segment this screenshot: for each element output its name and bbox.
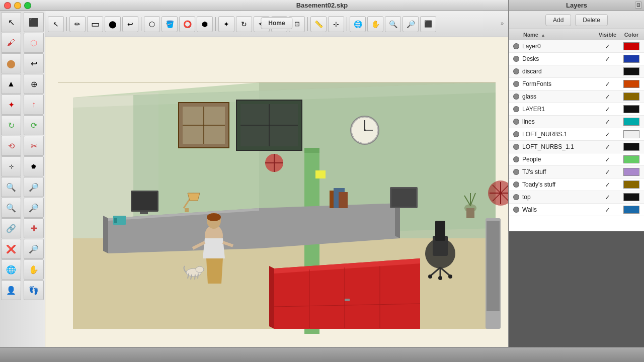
left-arc[interactable]: ↩ (24, 53, 44, 73)
eraser-tool[interactable]: ⬡ (144, 16, 160, 32)
layer-visibility-check[interactable]: ✓ (596, 194, 619, 201)
layer-row[interactable]: TJ's stuff✓ (509, 166, 644, 178)
left-tool20[interactable]: 🔎 (24, 198, 44, 218)
layer-visibility-check[interactable]: ✓ (596, 156, 619, 163)
material-tool[interactable]: ⭕ (179, 16, 195, 32)
layer-visibility-check[interactable]: ✓ (596, 168, 619, 176)
zoom-window-tool[interactable]: 🔎 (403, 16, 419, 32)
left-tool19[interactable]: 🔍 (1, 198, 21, 218)
layer-color-swatch[interactable] (619, 105, 644, 113)
left-rotate[interactable]: ↻ (1, 115, 21, 135)
home-button[interactable]: Home (261, 17, 292, 29)
left-tool24[interactable]: 🔎 (24, 239, 44, 259)
layer-visibility-check[interactable]: ✓ (596, 118, 619, 126)
layer-row[interactable]: discard (509, 65, 644, 78)
left-tool22[interactable]: ✚ (24, 218, 44, 238)
layer-color-swatch[interactable] (619, 193, 644, 201)
layer-row[interactable]: lines✓ (509, 116, 644, 128)
layer-row[interactable]: Layer0✓ (509, 40, 644, 53)
zoom-fit-tool[interactable]: ⬛ (420, 16, 436, 32)
move-tool[interactable]: ✦ (218, 16, 234, 32)
layer-color-swatch[interactable] (619, 143, 644, 151)
left-tool16[interactable]: ⬟ (24, 156, 44, 176)
left-eraser[interactable]: ⬡ (24, 33, 44, 53)
layers-list[interactable]: Layer0✓Desks✓discardFormFonts✓glass✓LAYE… (509, 40, 644, 231)
maximize-button[interactable] (24, 2, 31, 9)
layer-color-swatch[interactable] (619, 206, 644, 214)
col-name-header: Name ▲ (509, 32, 596, 38)
layer-row[interactable]: Toady's stuff✓ (509, 178, 644, 191)
layer-color-swatch[interactable] (619, 130, 644, 138)
arc-tool[interactable]: ↩ (122, 16, 138, 32)
select-tool[interactable]: ↖ (48, 16, 64, 32)
layer-visibility-check[interactable]: ✓ (596, 55, 619, 63)
left-lasso[interactable]: ⊕ (24, 74, 44, 94)
layer-visibility-check[interactable]: ✓ (596, 106, 619, 113)
left-select[interactable]: ↖ (1, 12, 21, 32)
pan-tool[interactable]: ✋ (367, 16, 383, 32)
layer-visibility-check[interactable]: ✓ (596, 43, 619, 50)
left-orbit[interactable]: 🌐 (1, 259, 21, 280)
rect-tool[interactable]: ▭ (87, 16, 103, 32)
layer-row[interactable]: Walls✓ (509, 204, 644, 216)
left-paint[interactable]: 🖌 (1, 33, 21, 53)
layer-row[interactable]: People✓ (509, 153, 644, 166)
layer-name: Desks (522, 55, 596, 62)
minimize-button[interactable] (14, 2, 21, 9)
left-tool23[interactable]: ❌ (1, 239, 21, 259)
left-up[interactable]: ↑ (24, 95, 44, 115)
layer-visibility-check[interactable]: ✓ (596, 181, 619, 189)
left-scissors[interactable]: ✂ (24, 136, 44, 156)
layer-row[interactable]: FormFonts✓ (509, 78, 644, 90)
left-tool15[interactable]: ⊹ (1, 156, 21, 176)
left-tri[interactable]: ▲ (1, 74, 21, 94)
left-person[interactable]: 👤 (1, 280, 21, 300)
layer-row[interactable]: LOFT_NURBS.1✓ (509, 128, 644, 141)
close-button[interactable] (4, 2, 11, 9)
left-rotate2[interactable]: ⟳ (24, 115, 44, 135)
left-star[interactable]: ✦ (1, 95, 21, 115)
layer-visibility-check[interactable]: ✓ (596, 143, 619, 151)
left-feet[interactable]: 👣 (24, 280, 44, 300)
layer-visibility-check[interactable]: ✓ (596, 93, 619, 101)
left-zoom2[interactable]: 🔎 (24, 177, 44, 197)
orbit-tool[interactable]: 🌐 (350, 16, 366, 32)
layer-color-swatch[interactable] (619, 180, 644, 189)
layer-color-swatch[interactable] (619, 67, 644, 75)
tape-tool[interactable]: 📏 (310, 16, 327, 32)
layer-color-swatch[interactable] (619, 168, 644, 176)
layer-color-swatch[interactable] (619, 42, 644, 50)
layer-row[interactable]: top✓ (509, 191, 644, 204)
delete-layer-button[interactable]: Delete (575, 14, 608, 26)
layers-expand-btn[interactable]: ⊡ (635, 2, 642, 9)
layer-visibility-check[interactable]: ✓ (596, 206, 619, 214)
layer-color-swatch[interactable] (619, 118, 644, 126)
toolbar-more[interactable]: » (498, 16, 506, 30)
left-tool21[interactable]: 🔗 (1, 218, 21, 238)
dimension-tool[interactable]: ⊹ (328, 16, 344, 32)
layer-row[interactable]: LOFT_NURBS_1.1✓ (509, 141, 644, 153)
layer-visibility-check[interactable]: ✓ (596, 80, 619, 88)
left-pan[interactable]: ✋ (24, 259, 44, 280)
left-component[interactable]: ⬛ (24, 12, 44, 32)
layer-row[interactable]: Desks✓ (509, 53, 644, 65)
left-circle[interactable]: ⬤ (1, 53, 21, 73)
viewport[interactable] (45, 37, 508, 347)
pencil-tool[interactable]: ✏ (69, 16, 86, 32)
zoom-tool[interactable]: 🔍 (385, 16, 401, 32)
color-swatch (623, 93, 639, 101)
paint-tool[interactable]: 🪣 (162, 16, 178, 32)
layer-visibility-check[interactable]: ✓ (596, 131, 619, 138)
layer-color-swatch[interactable] (619, 155, 644, 163)
add-layer-button[interactable]: Add (545, 14, 571, 26)
layer-color-swatch[interactable] (619, 55, 644, 63)
layer-row[interactable]: glass✓ (509, 90, 644, 103)
left-link[interactable]: ⟲ (1, 136, 21, 156)
component-tool[interactable]: ⬢ (197, 16, 213, 32)
layer-color-swatch[interactable] (619, 80, 644, 88)
left-zoom[interactable]: 🔍 (1, 177, 21, 197)
rotate-tool[interactable]: ↻ (236, 16, 252, 32)
layer-row[interactable]: LAYER1✓ (509, 103, 644, 116)
circle-tool[interactable]: ⬤ (105, 16, 121, 32)
layer-color-swatch[interactable] (619, 93, 644, 101)
